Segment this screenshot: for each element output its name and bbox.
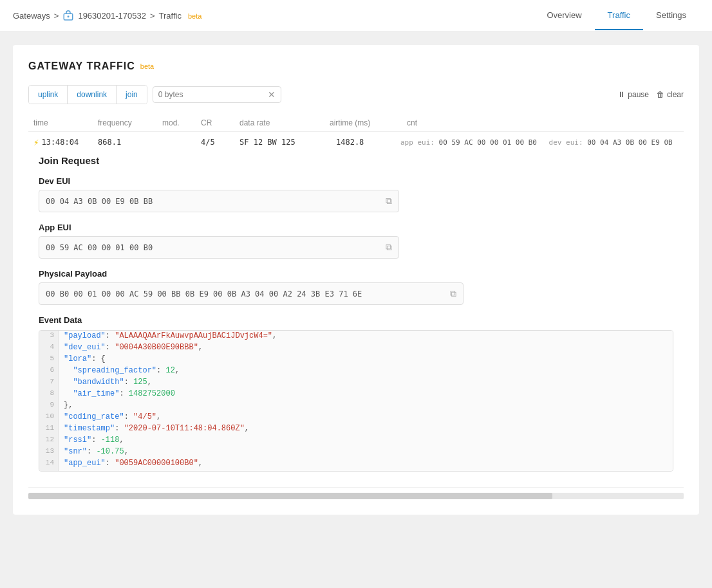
- payload-label: Physical Payload: [39, 269, 673, 279]
- payload-value: 00 B0 00 01 00 00 AC 59 00 BB 0B E9 00 0…: [46, 289, 362, 299]
- code-line-8: 8 "air_time": 1482752000: [39, 389, 673, 400]
- col-airtime: airtime (ms): [330, 118, 407, 127]
- nav-settings[interactable]: Settings: [643, 1, 699, 30]
- code-line-12: 12 "rssi": -118,: [39, 435, 673, 446]
- breadcrumb-gateway-id[interactable]: 19630201-170532: [78, 11, 146, 21]
- clear-label: clear: [667, 90, 684, 99]
- top-nav: Overview Traffic Settings: [534, 1, 699, 30]
- toolbar-right: ⏸ pause 🗑 clear: [617, 90, 684, 99]
- code-line-13: 13 "snr": -10.75,: [39, 446, 673, 458]
- trash-icon: 🗑: [657, 90, 664, 99]
- bottom-scrollbar[interactable]: [28, 493, 684, 499]
- col-frequency: frequency: [98, 118, 162, 127]
- scrollbar-thumb: [28, 493, 552, 499]
- filter-downlink[interactable]: downlink: [68, 86, 117, 104]
- row-eui: app eui: 00 59 AC 00 00 01 00 B0 dev eui…: [400, 138, 679, 147]
- code-line-5: 5 "lora": {: [39, 354, 673, 365]
- pause-icon: ⏸: [617, 90, 625, 99]
- detail-title: Join Request: [39, 155, 673, 166]
- filter-tabs: uplink downlink join: [28, 85, 147, 104]
- svg-point-1: [68, 15, 70, 17]
- page-title: GATEWAY TRAFFIC beta: [28, 60, 684, 72]
- copy-dev-eui-button[interactable]: ⧉: [386, 196, 392, 207]
- nav-traffic[interactable]: Traffic: [595, 1, 643, 30]
- code-line-4: 4 "dev_eui": "0004A30B00E90BBB",: [39, 342, 673, 354]
- row-time: ⚡ 13:48:04: [33, 137, 98, 147]
- payload-box: 00 B0 00 01 00 00 AC 59 00 BB 0B E9 00 0…: [39, 282, 464, 305]
- code-line-11: 11 "timestamp": "2020-07-10T11:48:04.860…: [39, 423, 673, 435]
- col-time: time: [33, 118, 98, 127]
- col-datarate: data rate: [239, 118, 330, 127]
- dev-eui-box: 00 04 A3 0B 00 E9 0B BB ⧉: [39, 190, 399, 212]
- event-data-group: Event Data 3 "payload": "ALAAAQAArFkAuwv…: [39, 315, 673, 472]
- lightning-icon: ⚡: [33, 137, 39, 147]
- app-eui-box: 00 59 AC 00 00 01 00 B0 ⧉: [39, 236, 399, 259]
- code-line-15: 15 "frequency": 868100000: [39, 470, 673, 472]
- copy-payload-button[interactable]: ⧉: [450, 288, 456, 299]
- breadcrumb-sep2: >: [150, 11, 155, 21]
- filter-uplink[interactable]: uplink: [29, 86, 68, 104]
- row-dr: SF 12 BW 125: [239, 138, 336, 147]
- code-line-10: 10 "coding_rate": "4/5",: [39, 412, 673, 423]
- pause-label: pause: [628, 90, 649, 99]
- dev-eui-label: Dev EUI: [39, 176, 673, 186]
- code-line-6: 6 "spreading_factor": 12,: [39, 365, 673, 377]
- page-title-text: GATEWAY TRAFFIC: [28, 60, 135, 72]
- clear-button[interactable]: 🗑 clear: [657, 90, 684, 99]
- toolbar: uplink downlink join ✕ ⏸ pause 🗑 clear: [28, 85, 684, 104]
- top-bar: Gateways > 19630201-170532 > Traffic bet…: [0, 0, 712, 32]
- search-box: ✕: [153, 86, 281, 103]
- row-cr: 4/5: [201, 138, 239, 147]
- pause-button[interactable]: ⏸ pause: [617, 90, 649, 99]
- search-input[interactable]: [158, 90, 265, 99]
- app-eui-group: App EUI 00 59 AC 00 00 01 00 B0 ⧉: [39, 223, 673, 259]
- code-line-7: 7 "bandwidth": 125,: [39, 377, 673, 389]
- code-line-14: 14 "app_eui": "0059AC00000100B0",: [39, 458, 673, 470]
- page-title-beta: beta: [140, 62, 154, 70]
- col-cnt: cnt: [407, 118, 679, 127]
- app-eui-label: App EUI: [39, 223, 673, 232]
- gateway-icon: [62, 10, 74, 22]
- dev-eui-group: Dev EUI 00 04 A3 0B 00 E9 0B BB ⧉: [39, 176, 673, 212]
- table-header: time frequency mod. CR data rate airtime…: [28, 115, 684, 132]
- main-content: GATEWAY TRAFFIC beta uplink downlink joi…: [0, 32, 712, 528]
- copy-app-eui-button[interactable]: ⧉: [386, 242, 392, 253]
- col-mod: mod.: [162, 118, 201, 127]
- nav-overview[interactable]: Overview: [534, 1, 594, 30]
- code-line-9: 9 },: [39, 400, 673, 412]
- breadcrumb-gateways[interactable]: Gateways: [13, 11, 50, 21]
- payload-group: Physical Payload 00 B0 00 01 00 00 AC 59…: [39, 269, 673, 305]
- event-data-label: Event Data: [39, 315, 673, 325]
- page-card: GATEWAY TRAFFIC beta uplink downlink joi…: [13, 45, 699, 515]
- code-line-3: 3 "payload": "ALAAAQAArFkAuwvpAAujBACiJD…: [39, 331, 673, 342]
- table-row[interactable]: ⚡ 13:48:04 868.1 4/5 SF 12 BW 125 1482.8…: [28, 132, 684, 488]
- detail-panel: Join Request Dev EUI 00 04 A3 0B 00 E9 0…: [33, 147, 679, 482]
- code-block[interactable]: 3 "payload": "ALAAAQAArFkAuwvpAAujBACiJD…: [39, 330, 673, 472]
- breadcrumb-beta: beta: [188, 12, 201, 20]
- col-cr: CR: [201, 118, 239, 127]
- row-airtime: 1482.8: [336, 138, 400, 147]
- close-icon[interactable]: ✕: [268, 89, 276, 100]
- breadcrumb-current: Traffic: [159, 11, 182, 21]
- row-freq: 868.1: [98, 138, 162, 147]
- dev-eui-value: 00 04 A3 0B 00 E9 0B BB: [46, 197, 153, 206]
- table-container: time frequency mod. CR data rate airtime…: [28, 115, 684, 488]
- filter-join[interactable]: join: [117, 86, 147, 104]
- app-eui-value: 00 59 AC 00 00 01 00 B0: [46, 243, 153, 252]
- breadcrumb-sep1: >: [54, 11, 59, 21]
- breadcrumb: Gateways > 19630201-170532 > Traffic bet…: [13, 10, 201, 22]
